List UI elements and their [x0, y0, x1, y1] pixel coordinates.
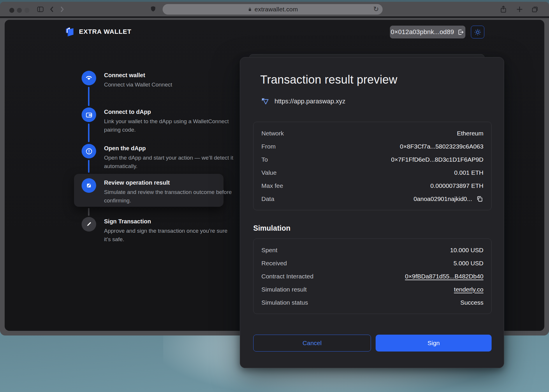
step-description: Connect via Wallet Connect [104, 80, 235, 89]
table-row: To 0×7F1FfD6eD...8D3c1D1F6AP9D [254, 153, 491, 166]
step-connector [88, 208, 89, 216]
window-zoom-button[interactable] [24, 8, 29, 13]
simulation-result-link[interactable]: tenderly.co [454, 286, 483, 293]
modal-actions: Cancel Sign [253, 335, 492, 352]
cancel-button[interactable]: Cancel [253, 335, 371, 352]
wallet-address: 0×012a03pbnk...od89 [391, 28, 454, 36]
app-name: EXTRA WALLET [79, 28, 131, 36]
table-row: From 0×8F3Cf7a...58023239c6A063 [254, 140, 491, 153]
step-title: Connect wallet [104, 71, 235, 80]
contract-link[interactable]: 0×9fBDa871d55...B482Db40 [405, 273, 483, 280]
step-title: Open the dApp [104, 144, 235, 153]
url-text: extrawallet.com [255, 6, 298, 13]
sign-button[interactable]: Sign [376, 335, 492, 352]
walletconnect-icon [82, 71, 96, 85]
alert-circle-icon [82, 144, 96, 158]
dapp-origin: https://app.paraswap.xyz [261, 97, 345, 106]
step-title: Sign Transaction [104, 217, 235, 226]
reload-icon[interactable]: ↻ [373, 5, 379, 13]
step-description: Open the dApp and start your action — we… [104, 153, 235, 170]
table-row: Max fee 0.0000073897 ETH [254, 179, 491, 192]
desktop: extrawallet.com ↻ [0, 0, 549, 392]
step-title: Connect to dApp [104, 107, 235, 116]
theme-toggle-button[interactable] [471, 26, 484, 38]
step-review-result[interactable]: Review operation result Simulate and rev… [82, 178, 236, 205]
step-description: Approve and sign the transaction once yo… [104, 227, 235, 243]
browser-toolbar: extrawallet.com ↻ [0, 2, 549, 16]
dapp-url: https://app.paraswap.xyz [274, 98, 345, 105]
transaction-details-table: Network Ethereum From 0×8F3Cf7a...580232… [253, 122, 492, 210]
table-row-data: Data 0anoa02901najkid0... [254, 192, 491, 205]
table-row: Network Ethereum [254, 127, 491, 140]
new-tab-icon[interactable] [516, 6, 523, 13]
window-minimize-button[interactable] [17, 8, 22, 13]
share-icon[interactable] [499, 5, 507, 13]
sun-icon [474, 28, 482, 36]
table-row: Spent 10.000 USD [254, 243, 491, 257]
window-close-button[interactable] [9, 8, 14, 13]
transaction-preview-modal: Transaction result preview https://app.p… [240, 57, 504, 368]
data-value: 0anoa02901najkid0... [413, 195, 472, 202]
wallet-address-pill[interactable]: 0×012a03pbnk...od89 [390, 26, 465, 38]
step-description: Simulate and review the transaction outc… [104, 188, 235, 205]
simulation-table: Spent 10.000 USD Received 5.000 USD Cont… [253, 239, 492, 314]
forward-icon[interactable] [58, 6, 66, 13]
step-connect-wallet[interactable]: Connect wallet Connect via Wallet Connec… [82, 71, 236, 89]
app-header: EXTRA WALLET [65, 26, 131, 37]
lock-icon [247, 7, 252, 12]
review-note-icon [82, 178, 96, 193]
wallet-icon [82, 107, 96, 122]
paraswap-icon [261, 97, 270, 106]
privacy-shield-icon[interactable] [149, 5, 157, 13]
step-title: Review operation result [104, 178, 235, 187]
traffic-lights [9, 8, 29, 13]
sidebar-toggle-icon[interactable] [36, 6, 44, 13]
back-icon[interactable] [48, 6, 56, 13]
step-sign-transaction[interactable]: Sign Transaction Approve and sign the tr… [82, 217, 236, 243]
url-bar[interactable]: extrawallet.com ↻ [163, 4, 383, 15]
table-row: Simulation status Success [254, 296, 491, 309]
step-description: Link your wallet to the dApp using a Wal… [104, 117, 235, 134]
disconnect-icon [457, 29, 464, 36]
pen-icon [82, 217, 96, 232]
table-row: Value 0.001 ETH [254, 166, 491, 179]
step-open-dapp[interactable]: Open the dApp Open the dApp and start yo… [82, 144, 236, 170]
simulation-status: Success [460, 299, 483, 306]
table-row: Simulation result tenderly.co [254, 283, 491, 296]
modal-title: Transaction result preview [260, 73, 397, 86]
step-connector [88, 87, 89, 106]
extra-wallet-logo [65, 26, 75, 37]
tab-overview-icon[interactable] [531, 6, 539, 13]
copy-icon[interactable] [476, 195, 483, 203]
table-row: Received 5.000 USD [254, 257, 491, 270]
table-row: Contract Interacted 0×9fBDa871d55...B482… [254, 270, 491, 283]
step-connect-dapp[interactable]: Connect to dApp Link your wallet to the … [82, 107, 236, 134]
toolbar-separator [0, 16, 549, 18]
simulation-heading: Simulation [253, 224, 291, 232]
